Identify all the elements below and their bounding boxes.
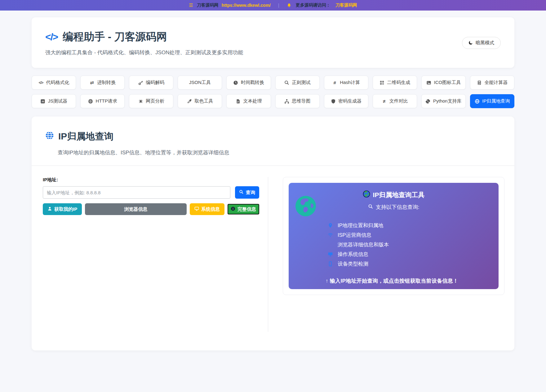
code-icon: </> xyxy=(45,31,58,43)
moon-icon xyxy=(468,40,473,46)
section-title: IP归属地查询 xyxy=(58,130,113,143)
tab-ico-tools[interactable]: ICO图标工具 xyxy=(421,76,466,90)
tab-mindmap[interactable]: 思维导图 xyxy=(275,94,320,108)
feature-item: 设备类型检测 xyxy=(327,259,489,269)
separator: | xyxy=(278,3,279,8)
tab-js-tester[interactable]: JS JS测试器 xyxy=(32,94,76,108)
tab-color-picker[interactable]: 取色工具 xyxy=(178,94,222,108)
feature-item: 操作系统信息 xyxy=(327,249,489,259)
tool-nav: </> 代码格式化 ⇄ 进制转换 编码解码 JSON工具 时间戳转换 正则测试 xyxy=(32,76,514,108)
key-icon xyxy=(138,80,143,85)
globe-icon xyxy=(474,99,480,104)
feature-item: ISP运营商信息 xyxy=(327,230,489,240)
page-title: 编程助手 - 刀客源码网 xyxy=(63,30,167,44)
code-icon: </> xyxy=(38,80,44,85)
tab-http-request[interactable]: HTTP请求 xyxy=(80,94,125,108)
divider xyxy=(32,165,514,166)
panel-footer-hint: ↑ 输入IP地址开始查询，或点击按钮获取当前设备信息！ xyxy=(298,277,489,284)
section-subtitle: 查询IP地址的归属地信息、ISP信息、地理位置等，并获取浏览器详细信息 xyxy=(58,149,501,156)
js-icon: JS xyxy=(40,99,46,104)
tab-base-converter[interactable]: ⇄ 进制转换 xyxy=(80,76,125,90)
globe-icon xyxy=(45,131,54,142)
system-info-button[interactable]: 系统信息 xyxy=(190,203,224,215)
ip-address-label: IP地址: xyxy=(43,177,259,183)
globe-decoration-icon xyxy=(295,196,316,216)
tab-calculator[interactable]: 全能计算器 xyxy=(470,76,514,90)
tab-timestamp-converter[interactable]: 时间戳转换 xyxy=(226,76,271,90)
sitemap-icon xyxy=(284,99,290,104)
magnifier-icon xyxy=(368,204,373,211)
site-url-link[interactable]: https://www.dkewl.com/ xyxy=(222,3,271,8)
full-info-button[interactable]: 完整信息 xyxy=(228,204,259,214)
shield-icon xyxy=(331,99,336,104)
earth-icon xyxy=(363,190,370,199)
browser-info-button[interactable]: 浏览器信息 xyxy=(85,203,187,215)
image-icon xyxy=(426,80,432,85)
search-icon xyxy=(239,190,244,195)
feature-item: 浏览器详细信息和版本 xyxy=(327,240,489,249)
mobile-icon xyxy=(327,261,333,266)
ip-lookup-panel: IP归属地查询 查询IP地址的归属地信息、ISP信息、地理位置等，并获取浏览器详… xyxy=(32,117,514,350)
search-icon xyxy=(284,80,290,85)
ip-tool-intro-box: IP归属地查询工具 支持以下信息查询: xyxy=(289,183,499,289)
menu-icon: ☰ xyxy=(189,2,193,8)
query-button[interactable]: 查询 xyxy=(235,186,259,199)
page-header: </> 编程助手 - 刀客源码网 强大的编程工具集合 - 代码格式化、编码转换、… xyxy=(32,17,514,68)
spider-icon xyxy=(138,99,143,104)
info-card: IP归属地查询工具 支持以下信息查询: xyxy=(283,177,504,295)
tab-python-libs[interactable]: Python支持库 xyxy=(421,94,466,108)
tab-password-generator[interactable]: 密码生成器 xyxy=(324,94,368,108)
top-announcement-bar: ☰ 刀客源码网 https://www.dkewl.com/ | 更多源码请访问… xyxy=(0,0,546,11)
dark-mode-button[interactable]: 暗黑模式 xyxy=(462,37,501,49)
hash-icon: # xyxy=(332,80,337,85)
more-sources-text: 更多源码请访问： xyxy=(296,2,331,8)
page-subtitle: 强大的编程工具集合 - 代码格式化、编码转换、JSON处理、正则测试及更多实用功… xyxy=(45,49,243,56)
python-icon xyxy=(425,99,431,104)
info-icon xyxy=(231,206,235,212)
calculator-icon xyxy=(477,80,482,85)
tab-qrcode-generator[interactable]: 二维码生成 xyxy=(373,76,417,90)
tab-code-formatter[interactable]: </> 代码格式化 xyxy=(32,76,76,90)
tab-regex-tester[interactable]: 正则测试 xyxy=(275,76,320,90)
user-icon xyxy=(47,206,52,212)
ip-input[interactable] xyxy=(43,186,230,199)
location-pin-icon xyxy=(327,223,333,228)
clock-icon xyxy=(233,80,238,85)
site-name: 刀客源码网 xyxy=(197,2,219,8)
globe-icon xyxy=(88,99,93,104)
exchange-icon: ⇄ xyxy=(89,80,95,85)
qrcode-icon xyxy=(379,80,384,85)
not-equal-icon: ≠ xyxy=(382,99,387,104)
tab-text-processor[interactable]: 文本处理 xyxy=(226,94,271,108)
get-my-ip-button[interactable]: 获取我的IP xyxy=(43,203,82,215)
more-sources-link[interactable]: 刀客源码网 xyxy=(335,2,357,8)
monitor-icon xyxy=(327,252,333,257)
eyedropper-icon xyxy=(187,99,192,104)
tab-encoder-decoder[interactable]: 编码解码 xyxy=(129,76,173,90)
feature-list: IP地理位置和归属地 ISP运营商信息 浏览器详细信息和版本 xyxy=(327,221,489,269)
query-form: IP地址: 查询 获取我的IP xyxy=(32,177,268,332)
tab-json-tools[interactable]: JSON工具 xyxy=(178,76,222,90)
monitor-icon xyxy=(194,206,199,212)
tab-hash-calculator[interactable]: # Hash计算 xyxy=(324,76,368,90)
panel-title: IP归属地查询工具 xyxy=(373,191,425,199)
file-text-icon xyxy=(235,99,241,104)
feature-item: IP地理位置和归属地 xyxy=(327,221,489,230)
svg-text:JS: JS xyxy=(42,100,44,103)
bell-icon xyxy=(287,3,291,8)
tab-file-diff[interactable]: ≠ 文件对比 xyxy=(373,94,417,108)
tab-web-analyzer[interactable]: 网页分析 xyxy=(129,94,173,108)
wifi-icon xyxy=(327,232,333,238)
tab-ip-lookup[interactable]: IP归属地查询 xyxy=(470,94,514,108)
panel-subtitle: 支持以下信息查询: xyxy=(376,204,419,211)
info-column: IP归属地查询工具 支持以下信息查询: xyxy=(268,177,514,332)
